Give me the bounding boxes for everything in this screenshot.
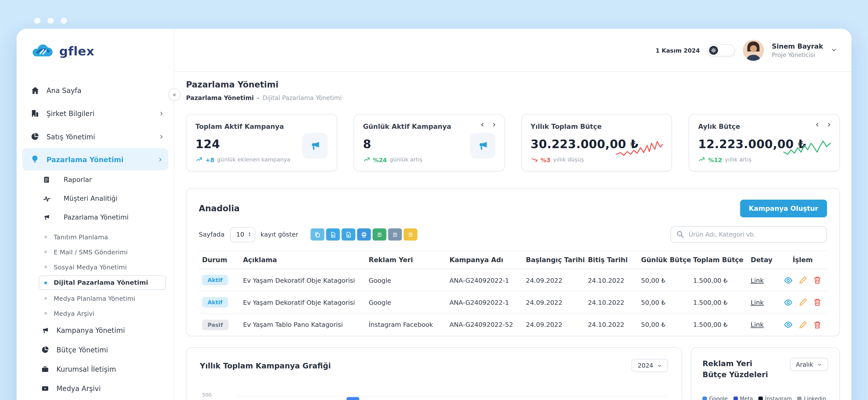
sidebar-item-tanitim-planlama[interactable]: Tanıtım Planlama <box>17 230 174 244</box>
stat-title: Yıllık Toplam Bütçe <box>531 123 663 131</box>
column-header[interactable]: Detay <box>747 256 778 264</box>
edit-icon[interactable] <box>799 321 807 329</box>
sidebar-item-label: Bütçe Yönetimi <box>57 345 164 354</box>
chevron-right-icon[interactable] <box>491 122 496 128</box>
delete-icon[interactable] <box>813 321 822 329</box>
date-label: 1 Kasım 2024 <box>655 46 700 53</box>
sidebar-item-email-sms-gonderimi[interactable]: E Mail / SMS Gönderimi <box>17 244 174 259</box>
chevron-right-icon <box>158 157 163 162</box>
analytics-icon <box>42 194 51 203</box>
export-columns-button[interactable] <box>388 228 402 241</box>
edit-icon[interactable] <box>799 298 807 306</box>
export-pdf-button[interactable] <box>341 228 355 241</box>
topbar: 1 Kasım 2024 Sinem Bayrak Proje Yönetici… <box>174 29 851 72</box>
column-header[interactable]: Bitiş Tarihi <box>585 256 638 264</box>
cell-start-date: 24.09.2022 <box>523 321 585 329</box>
sidebar-item-kurumsal-iletisim[interactable]: Kurumsal İletişim <box>17 359 174 379</box>
year-select-value: 2024 <box>638 362 653 369</box>
sidebar-item-sosyal-medya-yonetimi[interactable]: Sosyal Medya Yönetimi <box>17 259 174 274</box>
sidebar-item-kampanya-yonetimi[interactable]: Kampanya Yönetimi <box>17 321 174 340</box>
chevron-down-icon[interactable] <box>831 47 837 53</box>
breadcrumb: Pazarlama Yönetimi - Dijital Pazarlama Y… <box>186 95 840 102</box>
column-header[interactable]: Günlük Bütçe <box>638 256 690 264</box>
chevron-right-icon[interactable] <box>826 122 831 128</box>
month-select-value: Aralık <box>796 361 813 368</box>
export-copy-button[interactable] <box>311 228 324 241</box>
video-icon <box>40 384 50 394</box>
theme-toggle[interactable] <box>708 44 735 56</box>
campaigns-panel: Anadolia Kampanya Oluştur Sayfada 10 ▴▾ … <box>186 188 840 336</box>
stat-delta: +8 <box>206 156 215 163</box>
stat-delta: %12 <box>708 156 722 163</box>
edit-icon[interactable] <box>799 276 807 284</box>
search-input[interactable] <box>670 226 827 243</box>
search-icon <box>676 230 684 238</box>
sidebar-item-ana-sayfa[interactable]: Ana Sayfa <box>17 78 174 102</box>
sidebar-item-butce-yonetimi[interactable]: Bütçe Yönetimi <box>17 340 174 359</box>
column-header[interactable]: İşlem <box>778 256 827 264</box>
cell-campaign-name: ANA-G24092022-1 <box>446 276 523 284</box>
sidebar-item-satis-yonetimi[interactable]: Satış Yönetimi <box>17 125 174 148</box>
sidebar-item-sirket-bilgileri[interactable]: Şirket Bilgileri <box>17 102 174 125</box>
breadcrumb-root[interactable]: Pazarlama Yönetimi <box>186 95 254 102</box>
detail-link[interactable]: Link <box>751 298 764 306</box>
chevron-left-icon[interactable] <box>480 122 485 128</box>
sidebar-item-musteri-analitigi[interactable]: Müşteri Analitiği <box>17 189 174 208</box>
bullet-dot-icon <box>44 236 47 238</box>
export-csv-button[interactable] <box>373 228 386 241</box>
chevron-left-icon[interactable] <box>815 122 820 128</box>
sidebar-item-pazarlama-yonetimi[interactable]: Pazarlama Yönetimi <box>22 148 168 170</box>
export-print-button[interactable] <box>357 228 371 241</box>
column-header[interactable]: Toplam Bütçe <box>690 256 747 264</box>
trend-up-icon <box>363 156 370 163</box>
delete-icon[interactable] <box>813 298 822 306</box>
bullet-dot-icon <box>44 281 47 284</box>
column-header[interactable]: Açıklama <box>240 256 365 264</box>
delete-icon[interactable] <box>813 276 822 284</box>
sidebar-collapse-button[interactable]: « <box>168 89 181 101</box>
legend-item: Linkedin <box>798 396 826 400</box>
sidebar-item-medya-planlama-yonetimi[interactable]: Medya Planlama Yönetimi <box>17 291 174 306</box>
sidebar-item-pazarlama-yonetimi-sub[interactable]: Pazarlama Yönetimi <box>17 208 174 227</box>
view-icon[interactable] <box>784 276 793 285</box>
user-info[interactable]: Sinem Bayrak Proje Yöneticisi <box>772 42 823 58</box>
create-campaign-button[interactable]: Kampanya Oluştur <box>740 200 827 218</box>
chart-title-line1: Reklam Yeri <box>703 359 752 368</box>
column-header[interactable]: Başlangıç Tarihi <box>523 256 585 264</box>
page-size-prefix: Sayfada <box>199 231 224 238</box>
year-select[interactable]: 2024 <box>632 359 668 372</box>
legend-swatch-google <box>703 396 707 400</box>
sidebar-item-raporlar[interactable]: Raporlar <box>17 170 174 189</box>
megaphone-icon <box>40 326 50 336</box>
month-select[interactable]: Aralık <box>790 358 828 371</box>
column-header[interactable]: Kampanya Adı <box>446 256 523 264</box>
view-icon[interactable] <box>784 298 793 306</box>
cell-description: Ev Yaşam Tablo Pano Katagorisi <box>240 321 365 329</box>
sidebar-item-medya-arsivi[interactable]: Medya Arşivi <box>17 379 174 398</box>
main-area: « 1 Kasım 2024 Sinem Bayrak Proje Yöneti… <box>174 29 851 400</box>
megaphone-icon <box>42 213 51 222</box>
column-header[interactable]: Durum <box>199 256 240 264</box>
table-row: Aktif Ev Yaşam Dekoratif Obje Katagorisi… <box>199 269 827 292</box>
cell-total-budget: 1.500,00 ₺ <box>690 321 747 329</box>
window-dot <box>34 18 40 24</box>
brand-logo: gflex <box>17 39 174 63</box>
page-size-select[interactable]: 10 ▴▾ <box>230 227 255 242</box>
sidebar-item-medya-arsivi-sub[interactable]: Medya Arşivi <box>17 306 174 321</box>
cell-description: Ev Yaşam Dekoratif Obje Katagorisi <box>240 298 365 306</box>
sidebar-item-dijital-pazarlama-yonetimi[interactable]: Dijital Pazarlama Yönetimi <box>39 275 166 290</box>
stat-title: Toplam Aktif Kampanya <box>195 123 328 131</box>
avatar[interactable] <box>743 40 764 61</box>
sidebar-nav: Ana Sayfa Şirket Bilgileri Satış Yöne <box>17 78 174 398</box>
trend-down-icon <box>531 156 538 163</box>
app-window: gflex Ana Sayfa Şirket Bilgileri <box>17 29 851 400</box>
export-filter-button[interactable] <box>403 228 417 241</box>
cell-description: Ev Yaşam Dekoratif Obje Katagorisi <box>240 276 365 284</box>
export-excel-button[interactable] <box>326 228 340 241</box>
panel-title: Anadolia <box>199 203 240 213</box>
detail-link[interactable]: Link <box>751 321 764 329</box>
view-icon[interactable] <box>784 320 793 329</box>
detail-link[interactable]: Link <box>751 276 764 284</box>
column-header[interactable]: Reklam Yeri <box>365 256 446 264</box>
bullet-dot-icon <box>44 297 47 300</box>
